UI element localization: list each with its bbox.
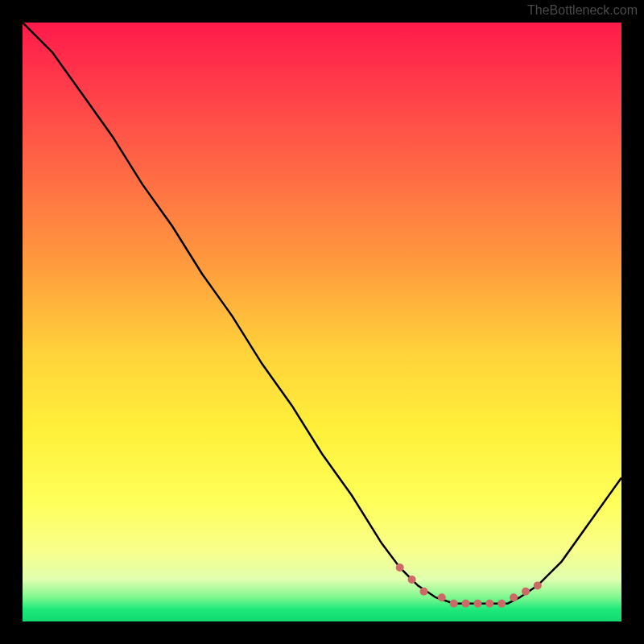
data-marker [522,588,530,596]
curve-layer [23,23,621,621]
data-marker [420,588,428,596]
data-marker [408,576,416,584]
data-marker [497,600,506,608]
attribution-text: TheBottleneck.com [527,3,638,18]
data-marker [396,564,404,572]
data-marker [534,581,542,589]
data-marker [510,593,518,601]
bottleneck-curve [23,23,621,604]
chart-frame: TheBottleneck.com [0,0,644,644]
data-marker [473,600,481,608]
data-marker [485,600,493,608]
data-marker [450,600,458,608]
data-marker [462,600,470,608]
data-marker [438,593,446,601]
